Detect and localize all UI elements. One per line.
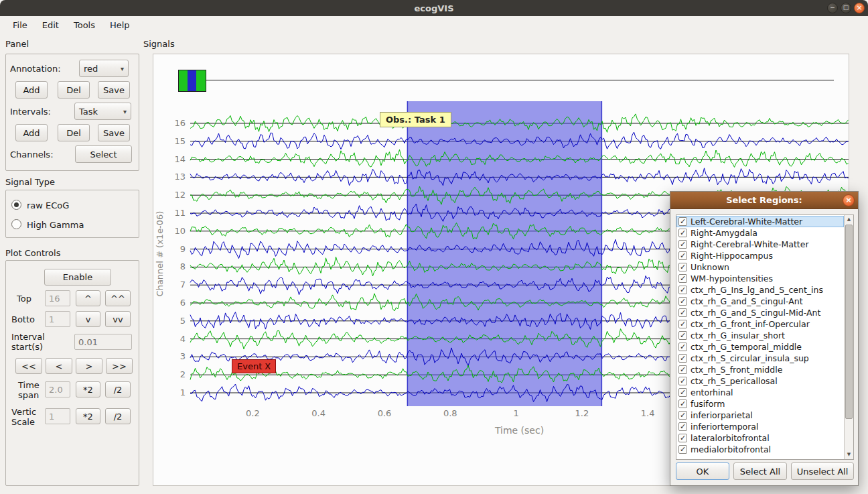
raw-ecog-label: raw ECoG [27, 200, 69, 210]
region-row[interactable]: ✓Right-Cerebral-White-Matter [676, 239, 844, 250]
bottom-down-button[interactable]: v [76, 311, 100, 327]
top-up-button[interactable]: ^ [76, 290, 100, 306]
bottom-field[interactable] [45, 311, 70, 327]
region-checkbox[interactable]: ✓ [678, 229, 687, 237]
region-checkbox[interactable]: ✓ [678, 388, 687, 397]
region-checkbox[interactable]: ✓ [678, 297, 687, 306]
close-icon[interactable]: × [854, 3, 865, 13]
time-span-half-button[interactable]: /2 [105, 381, 131, 397]
enable-button[interactable]: Enable [44, 269, 111, 286]
dialog-close-icon[interactable]: × [843, 194, 855, 206]
vertical-scale-double-button[interactable]: *2 [76, 408, 100, 424]
menu-tools[interactable]: Tools [66, 17, 102, 33]
region-checkbox[interactable]: ✓ [678, 240, 687, 249]
region-row[interactable]: ✓ctx_rh_G_front_inf-Opercular [676, 318, 844, 330]
menu-edit[interactable]: Edit [35, 17, 66, 33]
scrollbar-thumb[interactable] [845, 225, 853, 419]
region-checkbox[interactable]: ✓ [678, 354, 687, 363]
top-field[interactable] [45, 290, 70, 306]
scrollbar[interactable]: ▲ ▼ [844, 215, 853, 459]
raw-ecog-radio[interactable] [11, 200, 21, 210]
region-row[interactable]: ✓inferiorparietal [676, 410, 844, 421]
scroll-up-icon[interactable]: ▲ [845, 215, 853, 224]
minimize-icon[interactable]: − [827, 3, 838, 13]
region-row[interactable]: ✓Right-Hippocampus [676, 250, 844, 261]
region-checkbox[interactable]: ✓ [678, 251, 687, 260]
region-checkbox[interactable]: ✓ [678, 263, 687, 271]
event-marker[interactable]: Event X [232, 359, 276, 373]
region-row[interactable]: ✓Unknown [676, 261, 844, 273]
annotation-add-button[interactable]: Add [15, 81, 48, 99]
region-checkbox[interactable]: ✓ [678, 377, 687, 385]
step-back-button[interactable]: < [46, 358, 72, 374]
dialog-titlebar[interactable]: Select Regions: × [670, 192, 858, 209]
region-checkbox[interactable]: ✓ [678, 411, 687, 420]
time-span-field[interactable] [45, 381, 70, 397]
region-checkbox[interactable]: ✓ [678, 331, 687, 340]
channels-select-button[interactable]: Select [75, 145, 132, 163]
window-titlebar[interactable]: ecogVIS − □ × [0, 0, 868, 16]
scroll-down-icon[interactable]: ▼ [845, 450, 853, 459]
panel-groupbox: Annotation: red ▾ Add Del Save Intervals… [5, 54, 139, 171]
region-row[interactable]: ✓inferiortemporal [676, 421, 844, 432]
y-tick-label: 6 [180, 298, 186, 308]
interval-start-field[interactable] [74, 334, 132, 350]
region-row[interactable]: ✓ctx_rh_G_Ins_lg_and_S_cent_ins [676, 284, 844, 296]
annotation-label: Annotation: [10, 64, 61, 74]
region-checkbox[interactable]: ✓ [678, 308, 687, 317]
ok-button[interactable]: OK [676, 462, 729, 480]
interval-del-button[interactable]: Del [58, 124, 90, 141]
region-label: Unknown [691, 261, 729, 273]
region-list: ✓Left-Cerebral-White-Matter✓Right-Amygda… [676, 216, 844, 459]
maximize-icon[interactable]: □ [841, 3, 851, 13]
region-checkbox[interactable]: ✓ [678, 286, 687, 294]
region-checkbox[interactable]: ✓ [678, 217, 687, 226]
time-span-double-button[interactable]: *2 [76, 381, 100, 397]
page-forward-button[interactable]: >> [106, 358, 133, 374]
region-checkbox[interactable]: ✓ [678, 422, 687, 431]
menu-help[interactable]: Help [102, 17, 137, 33]
annotation-save-button[interactable]: Save [98, 81, 130, 99]
vertical-scale-half-button[interactable]: /2 [105, 408, 131, 424]
interval-add-button[interactable]: Add [15, 124, 48, 141]
region-row[interactable]: ✓ctx_rh_G_and_S_cingul-Ant [676, 296, 844, 307]
region-row[interactable]: ✓WM-hypointensities [676, 273, 844, 284]
step-forward-button[interactable]: > [76, 358, 102, 374]
region-row[interactable]: ✓ctx_rh_S_circular_insula_sup [676, 353, 844, 364]
region-row[interactable]: ✓ctx_rh_G_and_S_cingul-Mid-Ant [676, 307, 844, 318]
region-label: ctx_rh_S_front_middle [691, 364, 782, 375]
top-up-fast-button[interactable]: ^^ [105, 290, 131, 306]
region-row[interactable]: ✓fusiform [676, 398, 844, 410]
region-row[interactable]: ✓ctx_rh_G_temporal_middle [676, 341, 844, 353]
region-row[interactable]: ✓Right-Amygdala [676, 227, 844, 239]
region-checkbox[interactable]: ✓ [678, 320, 687, 328]
menu-file[interactable]: File [5, 17, 35, 33]
intervals-dropdown[interactable]: Task ▾ [74, 103, 131, 120]
y-tick-label: 4 [180, 334, 186, 344]
region-checkbox[interactable]: ✓ [678, 434, 687, 442]
region-checkbox[interactable]: ✓ [678, 343, 687, 351]
region-checkbox[interactable]: ✓ [678, 445, 687, 454]
annotation-del-button[interactable]: Del [58, 81, 90, 99]
page-back-button[interactable]: << [15, 358, 42, 374]
annotation-dropdown[interactable]: red ▾ [79, 60, 129, 77]
x-tick-label: 0.8 [443, 408, 457, 418]
region-checkbox[interactable]: ✓ [678, 274, 687, 283]
unselect-all-button[interactable]: Unselect All [791, 462, 854, 480]
high-gamma-radio[interactable] [11, 219, 21, 229]
region-row[interactable]: ✓medialorbitofrontal [676, 444, 844, 455]
y-tick-label: 9 [180, 244, 186, 254]
region-checkbox[interactable]: ✓ [678, 399, 687, 408]
vertical-scale-field[interactable] [45, 408, 70, 424]
region-row[interactable]: ✓ctx_rh_G_insular_short [676, 330, 844, 341]
region-checkbox[interactable]: ✓ [678, 365, 687, 374]
region-row[interactable]: ✓ctx_rh_S_pericallosal [676, 375, 844, 387]
interval-save-button[interactable]: Save [98, 124, 130, 141]
region-row[interactable]: ✓entorhinal [676, 387, 844, 398]
region-row[interactable]: ✓lateralorbitofrontal [676, 432, 844, 444]
select-all-button[interactable]: Select All [733, 462, 787, 480]
window-controls: − □ × [827, 3, 865, 13]
bottom-down-fast-button[interactable]: vv [105, 311, 131, 327]
region-row[interactable]: ✓ctx_rh_S_front_middle [676, 364, 844, 375]
region-row[interactable]: ✓Left-Cerebral-White-Matter [676, 216, 844, 227]
